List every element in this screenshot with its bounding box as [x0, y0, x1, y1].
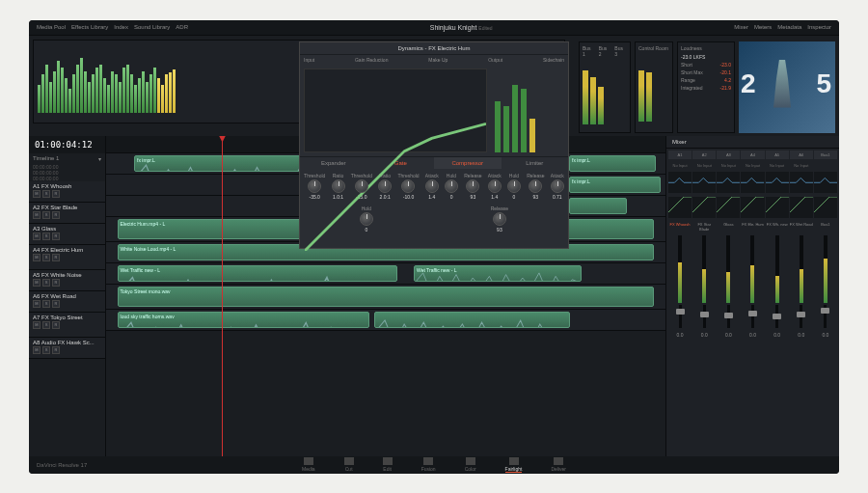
solo-button[interactable]: S [42, 279, 50, 287]
knob-hold-6[interactable] [445, 179, 458, 193]
audio-clip[interactable]: Wet Traffic new - L [414, 265, 582, 282]
page-edit[interactable]: Edit [383, 457, 393, 473]
knob-ratio-3[interactable] [378, 179, 392, 193]
fader-6[interactable] [824, 305, 827, 328]
dyn-cell-4[interactable] [766, 197, 789, 218]
knob-hold-9[interactable] [507, 179, 521, 193]
mute-button[interactable]: M [33, 279, 41, 287]
eq-cell-5[interactable] [790, 172, 813, 193]
knob-attack-5[interactable] [425, 179, 439, 193]
eq-cell-1[interactable] [692, 172, 716, 193]
video-preview[interactable]: 2 5 [739, 41, 835, 133]
knob-release-7[interactable] [466, 179, 479, 193]
audio-clip[interactable]: Wet Traffic new - L [118, 265, 397, 282]
knob-hold-12[interactable] [360, 212, 373, 226]
fader-3[interactable] [751, 305, 754, 328]
dyn-cell-3[interactable] [741, 197, 764, 218]
fader-1[interactable] [703, 305, 706, 328]
eq-cell-3[interactable] [741, 172, 764, 193]
rec-button[interactable]: R [52, 190, 60, 198]
audio-clip[interactable]: loud sky traffic horns.wav [118, 312, 369, 328]
mute-button[interactable]: M [33, 211, 41, 219]
track-header-A8[interactable]: A8 Audio FX Hawk Sc...MSR [29, 338, 105, 359]
dyn-cell-6[interactable] [814, 197, 837, 218]
knob-attack-8[interactable] [488, 179, 502, 193]
chevron-down-icon[interactable]: ▾ [98, 155, 101, 162]
eq-cell-0[interactable] [668, 172, 692, 193]
menu-adr[interactable]: ADR [176, 24, 188, 30]
rec-button[interactable]: R [52, 254, 60, 261]
solo-button[interactable]: S [42, 190, 50, 198]
eq-cell-4[interactable] [766, 172, 789, 193]
mute-button[interactable]: M [33, 254, 41, 261]
page-cut[interactable]: Cut [344, 457, 354, 473]
track-row-A7[interactable]: Tokyo Street mono.wav [106, 285, 665, 310]
rec-button[interactable]: R [52, 211, 60, 219]
solo-button[interactable]: S [42, 254, 50, 261]
playhead[interactable] [222, 136, 223, 456]
timecode-display[interactable]: 01:00:04:12 [29, 136, 105, 153]
mixer-tab-A6[interactable]: A6 [790, 151, 813, 159]
fader-4[interactable] [775, 305, 778, 328]
fader-0[interactable] [679, 305, 682, 328]
audio-clip[interactable]: Tokyo Street mono.wav [118, 287, 655, 307]
mute-button[interactable]: M [33, 190, 41, 198]
mixer-tab-A2[interactable]: A2 [692, 151, 716, 159]
solo-button[interactable]: S [42, 211, 50, 219]
mixer-tab-Bus1[interactable]: Bus1 [814, 151, 837, 159]
mute-button[interactable]: M [33, 346, 41, 354]
knob-ratio-1[interactable] [332, 179, 345, 193]
menu-mixer[interactable]: Mixer [734, 24, 748, 30]
solo-button[interactable]: S [42, 300, 50, 308]
mixer-tab-A3[interactable]: A3 [717, 151, 740, 159]
page-fairlight[interactable]: Fairlight [505, 457, 523, 473]
track-header-A3[interactable]: A3 GlassMSR [29, 224, 105, 245]
dynamics-panel[interactable]: Dynamics - FX Electric Hum InputGain Red… [299, 41, 569, 249]
page-fusion[interactable]: Fusion [421, 457, 436, 473]
mute-button[interactable]: M [33, 321, 41, 329]
dyn-cell-5[interactable] [790, 197, 813, 218]
tab-limiter[interactable]: Limiter [502, 157, 569, 169]
track-header-A1[interactable]: A1 FX WhooshMSR [29, 181, 105, 203]
rec-button[interactable]: R [52, 300, 60, 308]
page-deliver[interactable]: Deliver [551, 457, 566, 473]
solo-button[interactable]: S [42, 233, 50, 240]
rec-button[interactable]: R [52, 279, 60, 287]
knob-threshold-4[interactable] [401, 179, 415, 193]
solo-button[interactable]: S [42, 321, 50, 329]
dyn-cell-0[interactable] [668, 197, 692, 218]
track-row-A8[interactable]: loud sky traffic horns.wav [106, 310, 665, 331]
knob-threshold-2[interactable] [355, 179, 368, 193]
dyn-cell-1[interactable] [692, 197, 716, 218]
eq-cell-6[interactable] [814, 172, 837, 193]
rec-button[interactable]: R [52, 233, 60, 240]
fader-2[interactable] [727, 305, 730, 328]
track-row-A6[interactable]: Wet Traffic new - LWet Traffic new - L [106, 263, 665, 285]
menu-sound-lib[interactable]: Sound Library [134, 24, 170, 30]
track-header-A2[interactable]: A2 FX Star BladeMSR [29, 203, 105, 224]
mixer-tab-A4[interactable]: A4 [741, 151, 764, 159]
knob-release-13[interactable] [493, 212, 506, 226]
menu-meters[interactable]: Meters [754, 24, 772, 30]
knob-attack-11[interactable] [551, 179, 564, 193]
dyn-cell-2[interactable] [717, 197, 740, 218]
track-header-A5[interactable]: A5 FX White NoiseMSR [29, 270, 105, 291]
page-media[interactable]: Media [302, 457, 315, 473]
track-header-A7[interactable]: A7 FX Tokyo StreetMSR [29, 313, 105, 338]
timeline-name[interactable]: Timeline 1 [33, 155, 59, 162]
knob-threshold-0[interactable] [308, 179, 321, 193]
track-header-A4[interactable]: A4 FX Electric HumMSR [29, 245, 105, 270]
menu-metadata[interactable]: Metadata [777, 24, 801, 30]
audio-clip[interactable] [374, 312, 570, 328]
mute-button[interactable]: M [33, 300, 41, 308]
solo-button[interactable]: S [42, 346, 50, 354]
mixer-tab-A1[interactable]: A1 [668, 151, 692, 159]
menu-index[interactable]: Index [114, 24, 128, 30]
track-header-A6[interactable]: A6 FX Wet RoadMSR [29, 291, 105, 313]
eq-cell-2[interactable] [717, 172, 740, 193]
mixer-tab-A5[interactable]: A5 [766, 151, 789, 159]
knob-release-10[interactable] [529, 179, 542, 193]
rec-button[interactable]: R [52, 346, 60, 354]
fader-5[interactable] [800, 305, 802, 328]
menu-effects[interactable]: Effects Library [71, 24, 108, 30]
